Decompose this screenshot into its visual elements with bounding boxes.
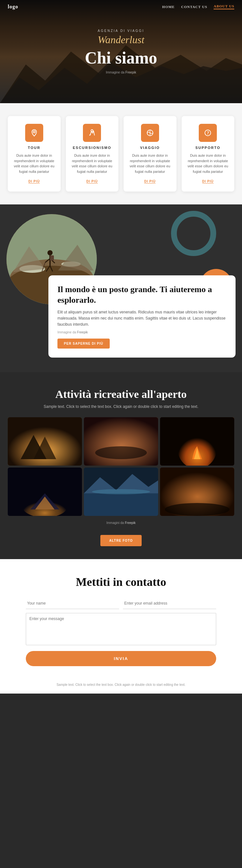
supporto-icon: ? [199, 124, 217, 142]
world-card-credit: Immagine da Freepik [57, 331, 226, 334]
outdoor-image-smores [160, 468, 234, 516]
outdoor-image-fire [160, 417, 234, 466]
svg-point-40 [165, 503, 230, 516]
hero-section: AGENZIA DI VIAGGI Wanderlust Chi siamo I… [0, 0, 242, 103]
outdoor-more-photos-button[interactable]: ALTRE FOTO [100, 535, 142, 546]
hero-tagline: AGENZIA DI VIAGGI [85, 29, 157, 33]
escursionismo-icon [83, 124, 101, 142]
svg-rect-23 [50, 255, 54, 260]
outdoor-credit: Immagini da Freepik [8, 521, 234, 525]
service-text-tour: Duis aute irure dolor in reprehenderit i… [13, 153, 56, 174]
contact-name-input[interactable] [26, 598, 119, 609]
outdoor-image-lake [84, 468, 158, 516]
service-link-tour[interactable]: DI PIÙ [28, 180, 40, 183]
hero-brand: Wanderlust [85, 34, 157, 46]
logo: logo [8, 4, 18, 10]
contact-form: INVIA [26, 598, 216, 666]
service-link-supporto[interactable]: DI PIÙ [202, 180, 214, 183]
service-link-viaggio[interactable]: DI PIÙ [144, 180, 155, 183]
tour-icon [25, 124, 43, 142]
svg-line-4 [89, 134, 91, 135]
service-title-viaggio: VIAGGIO [129, 146, 171, 150]
navigation: logo HOME CONTACT US ABOUT US [0, 0, 242, 13]
world-section: Il mondo è un posto grande. Ti aiuteremo… [0, 205, 242, 372]
svg-point-2 [33, 131, 35, 133]
world-credit-link[interactable]: Freepik [77, 331, 88, 334]
service-title-escursionismo: ESCURSIONISMO [71, 146, 114, 150]
hero-credit: Immagine da Freepik [85, 71, 157, 74]
outdoor-subtitle: Sample text. Click to select the text bo… [8, 404, 234, 409]
svg-text:?: ? [207, 131, 209, 135]
nav-links: HOME CONTACT US ABOUT US [162, 4, 234, 9]
service-text-escursionismo: Duis aute irure dolor in reprehenderit i… [71, 153, 114, 174]
service-card-supporto: ? SUPPORTO Duis aute irure dolor in repr… [182, 116, 235, 191]
services-section: TOUR Duis aute irure dolor in reprehende… [0, 103, 242, 205]
outdoor-image-people [84, 417, 158, 466]
hero-credit-link[interactable]: Freepik [125, 71, 136, 74]
svg-point-28 [95, 446, 147, 459]
outdoor-section: Attività ricreative all'aperto Sample te… [0, 372, 242, 559]
world-card-text: Elit ut aliquam purus sit amet luctus ve… [57, 309, 226, 328]
nav-home[interactable]: HOME [162, 5, 175, 9]
outdoor-grid-top [8, 417, 234, 466]
nav-about[interactable]: ABOUT US [214, 4, 234, 9]
viaggio-icon [141, 124, 159, 142]
outdoor-image-tent [8, 468, 82, 516]
service-card-viaggio: VIAGGIO Duis aute irure dolor in reprehe… [124, 116, 177, 191]
service-text-supporto: Duis aute irure dolor in reprehenderit i… [187, 153, 230, 174]
contact-section: Mettiti in contatto INVIA [0, 559, 242, 679]
contact-email-input[interactable] [123, 598, 216, 609]
outdoor-grid-bottom [8, 468, 234, 516]
svg-point-16 [48, 250, 53, 255]
service-card-escursionismo: ESCURSIONISMO Duis aute irure dolor in r… [66, 116, 119, 191]
svg-rect-36 [84, 493, 158, 516]
contact-submit-button[interactable]: INVIA [26, 651, 216, 666]
svg-point-38 [92, 489, 150, 494]
footer-text: Sample text. Click to select the text bo… [8, 682, 234, 687]
service-card-tour: TOUR Duis aute irure dolor in reprehende… [8, 116, 61, 191]
world-card-title: Il mondo è un posto grande. Ti aiuteremo… [57, 284, 226, 305]
contact-title: Mettiti in contatto [26, 575, 216, 589]
hero-content: AGENZIA DI VIAGGI Wanderlust Chi siamo I… [85, 29, 157, 74]
hero-title: Chi siamo [85, 49, 157, 67]
services-grid: TOUR Duis aute irure dolor in reprehende… [8, 116, 234, 191]
service-link-escursionismo[interactable]: DI PIÙ [87, 180, 98, 183]
svg-point-3 [91, 130, 93, 131]
footer: Sample text. Click to select the text bo… [0, 679, 242, 693]
world-learn-more-button[interactable]: PER SAPERNE DI PIÙ [57, 339, 110, 348]
service-title-supporto: SUPPORTO [187, 146, 230, 150]
nav-contact[interactable]: CONTACT US [181, 5, 207, 9]
contact-message-textarea[interactable] [26, 613, 216, 645]
service-title-tour: TOUR [13, 146, 56, 150]
outdoor-credit-link[interactable]: Freepik [125, 521, 135, 525]
service-text-viaggio: Duis aute irure dolor in reprehenderit i… [129, 153, 171, 174]
outdoor-title: Attività ricreative all'aperto [8, 388, 234, 400]
contact-name-email-row [26, 598, 216, 609]
world-deco-teal [171, 211, 216, 256]
outdoor-image-camp [8, 417, 82, 466]
world-card: Il mondo è un posto grande. Ti aiuteremo… [49, 275, 236, 358]
